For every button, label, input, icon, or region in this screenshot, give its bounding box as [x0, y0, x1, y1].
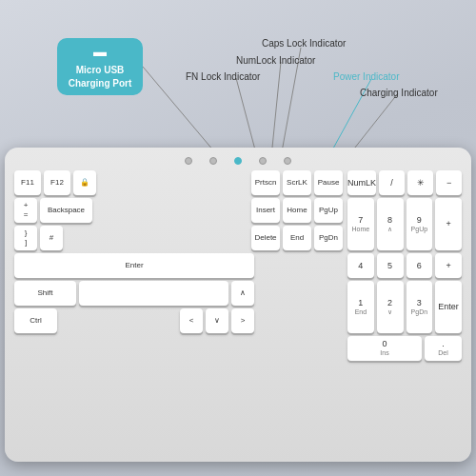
- key-scrlk[interactable]: ScrLK: [283, 170, 311, 195]
- key-np-minus[interactable]: −: [436, 170, 462, 195]
- key-np-8[interactable]: 8∧: [377, 198, 404, 250]
- main-keys: F11 F12 🔒 Prtscn ScrLK Pause += Backspac…: [14, 170, 343, 445]
- row-numbers: += Backspace Insert Home PgUp: [14, 198, 343, 223]
- keys-area: F11 F12 🔒 Prtscn ScrLK Pause += Backspac…: [14, 170, 462, 445]
- key-np-6[interactable]: 6: [407, 253, 433, 278]
- key-right[interactable]: >: [231, 308, 254, 333]
- num-lock-label: NumLock Indicator: [236, 55, 315, 66]
- fn-lock-label: FN Lock Indicator: [186, 71, 260, 82]
- key-home[interactable]: Home: [283, 198, 311, 223]
- charging-indicator: [284, 157, 291, 165]
- key-np-2[interactable]: 2∨: [377, 281, 404, 333]
- svg-line-2: [271, 62, 281, 157]
- key-end[interactable]: End: [283, 226, 311, 250]
- key-np-3[interactable]: 3PgDn: [407, 281, 433, 333]
- key-np-plus2[interactable]: +: [435, 253, 462, 278]
- key-down[interactable]: ∨: [206, 308, 228, 333]
- np-row-0: 0Ins .Del: [347, 336, 462, 361]
- usb-label2: Charging Port: [69, 77, 132, 90]
- key-backspace[interactable]: Backspace: [40, 198, 92, 223]
- row-qwerty: }] # Delete End PgDn: [14, 226, 343, 250]
- key-pause[interactable]: Pause: [314, 170, 343, 195]
- key-np-dot[interactable]: .Del: [425, 336, 462, 361]
- key-space-area: [79, 281, 228, 306]
- charging-label: Charging Indicator: [360, 88, 438, 98]
- usb-charging-box: ▬ Micro USB Charging Port: [57, 38, 143, 95]
- row-ctrl: Ctrl < ∨ >: [14, 308, 343, 333]
- np-row-top: NumLK / ✳ −: [347, 170, 462, 195]
- np-row-789: 7Home 8∧ 9PgUp +: [347, 198, 462, 250]
- key-pgup[interactable]: PgUp: [314, 198, 343, 223]
- key-pgdn[interactable]: PgDn: [314, 226, 343, 250]
- key-enter-main[interactable]: Enter: [14, 253, 254, 278]
- key-np-0[interactable]: 0Ins: [347, 336, 422, 361]
- key-np-1[interactable]: 1End: [347, 281, 374, 333]
- fn-lock-indicator: [259, 157, 267, 165]
- key-np-5[interactable]: 5: [377, 253, 404, 278]
- key-equals[interactable]: +=: [14, 198, 37, 223]
- key-delete[interactable]: Delete: [251, 226, 280, 250]
- np-row-123: 1End 2∨ 3PgDn Enter: [347, 281, 462, 333]
- key-prtscn[interactable]: Prtscn: [251, 170, 280, 195]
- key-ctrl[interactable]: Ctrl: [14, 308, 57, 333]
- key-bracket[interactable]: }]: [14, 226, 37, 250]
- numpad: NumLK / ✳ − 7Home 8∧ 9PgUp + 4 5 6 + 1: [347, 170, 462, 445]
- svg-line-4: [236, 78, 257, 157]
- key-f11[interactable]: F11: [14, 170, 41, 195]
- key-insert[interactable]: Insert: [251, 198, 280, 223]
- key-up[interactable]: ∧: [231, 281, 254, 306]
- power-label: Power Indicator: [333, 71, 399, 82]
- key-shift[interactable]: Shift: [14, 281, 76, 306]
- num-lock-indicator: [209, 157, 217, 165]
- row-shift: Shift ∧: [14, 281, 343, 306]
- key-np-plus[interactable]: +: [435, 198, 462, 250]
- key-np-star[interactable]: ✳: [407, 170, 433, 195]
- power-indicator: [234, 157, 242, 165]
- key-left[interactable]: <: [180, 308, 203, 333]
- annotation-area: ▬ Micro USB Charging Port Caps Lock Indi…: [0, 10, 476, 162]
- caps-lock-label: Caps Lock Indicator: [262, 38, 346, 49]
- indicator-row: [14, 155, 462, 165]
- key-f12[interactable]: F12: [44, 170, 70, 195]
- np-row-456: 4 5 6 +: [347, 253, 462, 278]
- usb-label: Micro USB: [76, 64, 125, 77]
- key-np-enter[interactable]: Enter: [435, 281, 462, 333]
- key-np-4[interactable]: 4: [347, 253, 374, 278]
- row-enter: Enter: [14, 253, 343, 278]
- key-hash[interactable]: #: [40, 226, 63, 250]
- key-lock[interactable]: 🔒: [73, 170, 96, 195]
- key-np-9[interactable]: 9PgUp: [407, 198, 433, 250]
- caps-lock-indicator: [185, 157, 192, 165]
- keyboard: F11 F12 🔒 Prtscn ScrLK Pause += Backspac…: [5, 148, 471, 462]
- row-fkeys: F11 F12 🔒 Prtscn ScrLK Pause: [14, 170, 343, 195]
- key-np-slash[interactable]: /: [379, 170, 405, 195]
- key-np-7[interactable]: 7Home: [347, 198, 374, 250]
- key-numlk[interactable]: NumLK: [347, 170, 376, 195]
- usb-icon: ▬: [93, 43, 107, 62]
